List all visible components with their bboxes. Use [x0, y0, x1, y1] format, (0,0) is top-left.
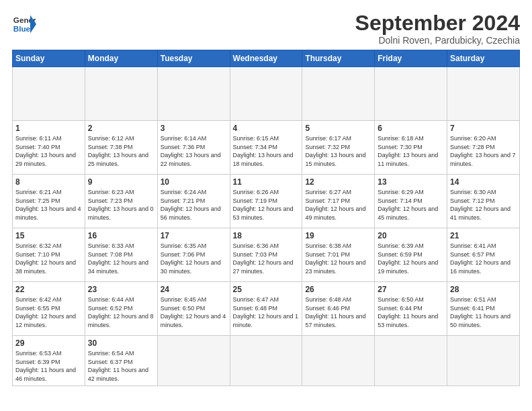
day-cell: 9Sunrise: 6:23 AM Sunset: 7:23 PM Daylig…	[85, 175, 157, 228]
day-number: 9	[88, 177, 154, 187]
day-info: Sunrise: 6:44 AM Sunset: 6:52 PM Dayligh…	[88, 295, 154, 329]
day-number: 7	[450, 124, 517, 133]
day-cell: 18Sunrise: 6:36 AM Sunset: 7:03 PM Dayli…	[230, 228, 302, 282]
day-info: Sunrise: 6:23 AM Sunset: 7:23 PM Dayligh…	[88, 188, 154, 222]
day-cell: 29Sunrise: 6:53 AM Sunset: 6:39 PM Dayli…	[13, 336, 85, 386]
day-cell	[230, 336, 302, 386]
day-info: Sunrise: 6:48 AM Sunset: 6:46 PM Dayligh…	[305, 295, 371, 329]
day-info: Sunrise: 6:17 AM Sunset: 7:32 PM Dayligh…	[305, 134, 371, 168]
day-info: Sunrise: 6:35 AM Sunset: 7:06 PM Dayligh…	[161, 242, 227, 275]
day-cell: 20Sunrise: 6:39 AM Sunset: 6:59 PM Dayli…	[375, 228, 447, 282]
day-cell: 11Sunrise: 6:26 AM Sunset: 7:19 PM Dayli…	[230, 175, 302, 228]
day-cell: 4Sunrise: 6:15 AM Sunset: 7:34 PM Daylig…	[230, 121, 302, 175]
day-cell	[302, 67, 375, 121]
day-cell	[157, 67, 230, 121]
day-cell	[13, 67, 85, 121]
day-number: 13	[378, 177, 444, 187]
calendar-table: Sunday Monday Tuesday Wednesday Thursday…	[12, 50, 520, 386]
day-cell	[375, 67, 447, 121]
day-cell: 1Sunrise: 6:11 AM Sunset: 7:40 PM Daylig…	[13, 121, 85, 175]
day-number: 11	[233, 177, 300, 187]
week-row-1	[13, 67, 520, 121]
header-monday: Monday	[85, 50, 157, 67]
day-info: Sunrise: 6:42 AM Sunset: 6:55 PM Dayligh…	[15, 295, 82, 329]
day-info: Sunrise: 6:45 AM Sunset: 6:50 PM Dayligh…	[161, 295, 227, 329]
header-tuesday: Tuesday	[157, 50, 230, 67]
day-cell: 3Sunrise: 6:14 AM Sunset: 7:36 PM Daylig…	[157, 121, 230, 175]
day-cell	[375, 336, 447, 386]
day-number: 21	[450, 231, 517, 240]
day-cell	[447, 336, 520, 386]
day-cell: 2Sunrise: 6:12 AM Sunset: 7:38 PM Daylig…	[85, 121, 157, 175]
header-sunday: Sunday	[13, 50, 85, 67]
day-number: 25	[233, 285, 300, 294]
day-number: 18	[233, 231, 300, 240]
week-row-4: 15Sunrise: 6:32 AM Sunset: 7:10 PM Dayli…	[13, 228, 520, 282]
day-number: 1	[15, 124, 82, 133]
day-number: 30	[88, 338, 154, 348]
header-thursday: Thursday	[302, 50, 375, 67]
day-info: Sunrise: 6:32 AM Sunset: 7:10 PM Dayligh…	[15, 242, 82, 275]
day-number: 4	[233, 124, 300, 133]
day-number: 29	[15, 338, 82, 348]
day-info: Sunrise: 6:11 AM Sunset: 7:40 PM Dayligh…	[15, 134, 82, 168]
day-cell: 17Sunrise: 6:35 AM Sunset: 7:06 PM Dayli…	[157, 228, 230, 282]
day-number: 16	[88, 231, 154, 240]
day-number: 6	[378, 124, 444, 133]
day-cell	[85, 67, 157, 121]
svg-text:Blue: Blue	[13, 24, 31, 33]
day-cell: 23Sunrise: 6:44 AM Sunset: 6:52 PM Dayli…	[85, 282, 157, 336]
day-number: 15	[15, 231, 82, 240]
day-cell: 6Sunrise: 6:18 AM Sunset: 7:30 PM Daylig…	[375, 121, 447, 175]
location: Dolni Roven, Pardubicky, Czechia	[355, 35, 520, 46]
day-number: 3	[161, 124, 227, 133]
day-cell: 15Sunrise: 6:32 AM Sunset: 7:10 PM Dayli…	[13, 228, 85, 282]
header-friday: Friday	[375, 50, 447, 67]
day-info: Sunrise: 6:30 AM Sunset: 7:12 PM Dayligh…	[450, 188, 517, 222]
day-info: Sunrise: 6:14 AM Sunset: 7:36 PM Dayligh…	[161, 134, 227, 168]
header: General Blue September 2024 Dolni Roven,…	[12, 12, 520, 46]
day-cell: 5Sunrise: 6:17 AM Sunset: 7:32 PM Daylig…	[302, 121, 375, 175]
header-saturday: Saturday	[447, 50, 520, 67]
day-number: 22	[15, 285, 82, 294]
week-row-5: 22Sunrise: 6:42 AM Sunset: 6:55 PM Dayli…	[13, 282, 520, 336]
page: General Blue September 2024 Dolni Roven,…	[0, 0, 532, 411]
day-number: 20	[378, 231, 444, 240]
day-number: 19	[305, 231, 371, 240]
day-number: 27	[378, 285, 444, 294]
day-info: Sunrise: 6:38 AM Sunset: 7:01 PM Dayligh…	[305, 242, 371, 275]
logo-icon: General Blue	[12, 12, 36, 36]
day-number: 2	[88, 124, 154, 133]
day-cell: 26Sunrise: 6:48 AM Sunset: 6:46 PM Dayli…	[302, 282, 375, 336]
day-cell: 25Sunrise: 6:47 AM Sunset: 6:48 PM Dayli…	[230, 282, 302, 336]
weekday-header-row: Sunday Monday Tuesday Wednesday Thursday…	[13, 50, 520, 67]
header-wednesday: Wednesday	[230, 50, 302, 67]
title-area: September 2024 Dolni Roven, Pardubicky, …	[355, 12, 520, 46]
day-cell	[447, 67, 520, 121]
day-cell	[230, 67, 302, 121]
day-info: Sunrise: 6:12 AM Sunset: 7:38 PM Dayligh…	[88, 134, 154, 168]
day-info: Sunrise: 6:36 AM Sunset: 7:03 PM Dayligh…	[233, 242, 300, 275]
day-cell: 16Sunrise: 6:33 AM Sunset: 7:08 PM Dayli…	[85, 228, 157, 282]
day-info: Sunrise: 6:26 AM Sunset: 7:19 PM Dayligh…	[233, 188, 300, 222]
day-info: Sunrise: 6:53 AM Sunset: 6:39 PM Dayligh…	[15, 349, 82, 383]
day-number: 8	[15, 177, 82, 187]
day-number: 23	[88, 285, 154, 294]
day-number: 24	[161, 285, 227, 294]
day-info: Sunrise: 6:47 AM Sunset: 6:48 PM Dayligh…	[233, 295, 300, 329]
day-cell: 22Sunrise: 6:42 AM Sunset: 6:55 PM Dayli…	[13, 282, 85, 336]
day-cell: 13Sunrise: 6:29 AM Sunset: 7:14 PM Dayli…	[375, 175, 447, 228]
day-info: Sunrise: 6:39 AM Sunset: 6:59 PM Dayligh…	[378, 242, 444, 275]
day-cell: 14Sunrise: 6:30 AM Sunset: 7:12 PM Dayli…	[447, 175, 520, 228]
day-cell: 21Sunrise: 6:41 AM Sunset: 6:57 PM Dayli…	[447, 228, 520, 282]
day-info: Sunrise: 6:27 AM Sunset: 7:17 PM Dayligh…	[305, 188, 371, 222]
day-cell: 19Sunrise: 6:38 AM Sunset: 7:01 PM Dayli…	[302, 228, 375, 282]
day-cell: 12Sunrise: 6:27 AM Sunset: 7:17 PM Dayli…	[302, 175, 375, 228]
day-cell: 30Sunrise: 6:54 AM Sunset: 6:37 PM Dayli…	[85, 336, 157, 386]
day-cell: 28Sunrise: 6:51 AM Sunset: 6:41 PM Dayli…	[447, 282, 520, 336]
week-row-6: 29Sunrise: 6:53 AM Sunset: 6:39 PM Dayli…	[13, 336, 520, 386]
day-cell	[157, 336, 230, 386]
day-cell: 10Sunrise: 6:24 AM Sunset: 7:21 PM Dayli…	[157, 175, 230, 228]
day-info: Sunrise: 6:51 AM Sunset: 6:41 PM Dayligh…	[450, 295, 517, 329]
day-number: 28	[450, 285, 517, 294]
